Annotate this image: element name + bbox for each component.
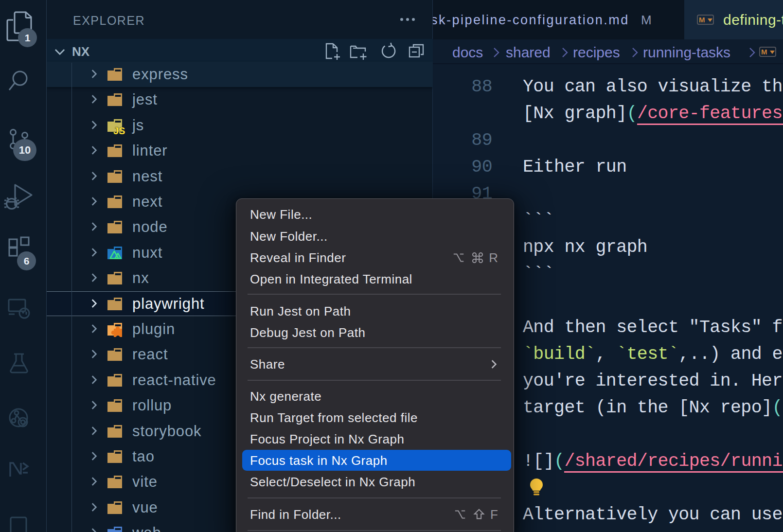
svg-text:JS: JS: [113, 125, 125, 135]
